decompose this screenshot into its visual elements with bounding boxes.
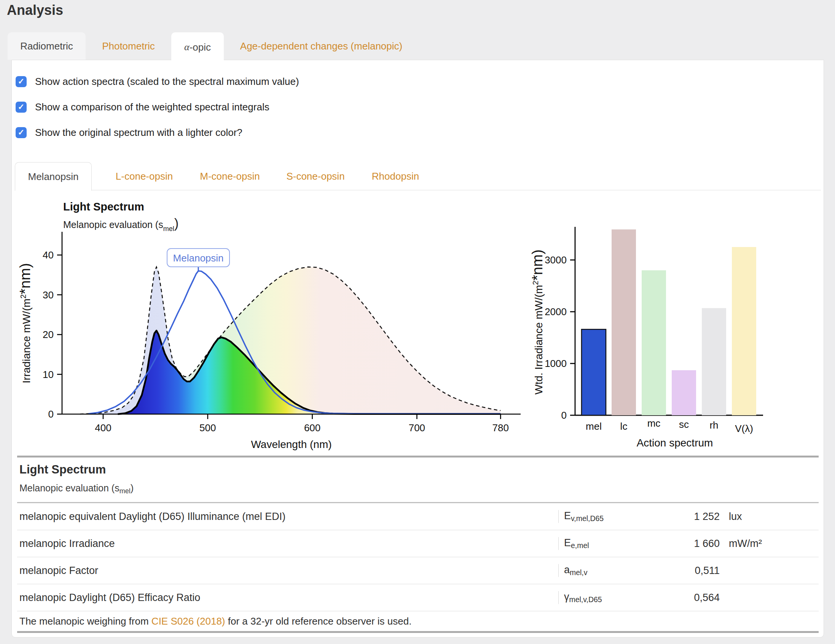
tab-photometric[interactable]: Photometric [86,33,171,60]
svg-text:V(λ): V(λ) [735,423,753,434]
checkbox-show-action-spectra[interactable]: ✓ [16,76,27,87]
subtab-m-cone-opsin[interactable]: M-cone-opsin [186,162,274,190]
subtab-divider [15,190,821,190]
subtab-m-cone-label: M-cone-opsin [200,171,260,182]
tab-alpha-opic-label: -opic [190,41,211,53]
svg-text:30: 30 [42,289,54,301]
svg-text:1000: 1000 [544,358,567,369]
bar-mc [642,270,666,415]
table-row: melanopic equivalent Daylight (D65) Illu… [17,503,819,530]
svg-text:400: 400 [95,422,111,434]
svg-text:rh: rh [710,420,718,431]
checkbox-label: Show action spectra (scaled to the spect… [35,76,299,88]
bar-mel [582,329,606,415]
svg-text:Light Spectrum: Light Spectrum [63,201,144,213]
subtab-rhodopsin[interactable]: Rhodopsin [357,162,434,190]
tab-radiometric[interactable]: Radiometric [8,33,86,60]
cie-s026-link[interactable]: CIE S026 (2018) [151,615,225,627]
row-unit: mW/m² [720,538,819,550]
svg-text:Irradiance mW/(m2*nm): Irradiance mW/(m2*nm) [17,263,33,383]
svg-text:Wavelength (nm): Wavelength (nm) [251,439,331,450]
row-symbol: γmel,v,D65 [558,591,647,604]
table-bottom-border [17,631,819,633]
page-title: Analysis [7,2,63,18]
svg-text:Wtd. Irradiance mW/(m2*nm): Wtd. Irradiance mW/(m2*nm) [529,249,545,394]
bar-lc [612,229,636,415]
check-icon: ✓ [18,77,25,86]
row-description: melanopic Irradiance [17,538,558,550]
row-description: melanopic Daylight (D65) Efficacy Ratio [17,592,558,604]
row-symbol: amel,v [558,564,647,577]
row-description: melanopic equivalent Daylight (D65) Illu… [17,511,558,523]
svg-text:3000: 3000 [544,254,567,266]
checkbox-row-original-spectrum: ✓ Show the original spectrum with a ligh… [16,125,242,139]
svg-text:Action spectrum: Action spectrum [637,437,713,449]
svg-text:Melanopsin: Melanopsin [173,252,224,264]
row-value: 1 660 [647,538,720,550]
subtab-l-cone-opsin[interactable]: L-cone-opsin [102,162,186,190]
spectrum-chart: 010203040400500600700780Light SpectrumMe… [17,201,521,450]
tab-alpha-opic-alpha: α [184,41,190,53]
checkbox-show-original-spectrum[interactable]: ✓ [16,127,27,138]
row-description: melanopic Factor [17,565,558,577]
checkbox-row-comparison: ✓ Show a comparison of the weighted spec… [16,100,270,114]
row-value: 1 252 [647,511,720,523]
table-row: melanopic Irradiance Ee,mel 1 660 mW/m² [17,530,819,557]
checkbox-row-action-spectra: ✓ Show action spectra (scaled to the spe… [16,75,299,88]
svg-text:0: 0 [48,408,54,420]
subtab-melanopsin-label: Melanopsin [28,171,79,183]
results-table: Light Spectrum Melanopic evaluation (sme… [17,455,819,633]
table-footnote: The melanopic weighing from CIE S026 (20… [17,611,819,631]
table-top-border [17,455,819,457]
table-title: Light Spectrum [19,463,819,476]
subtab-l-cone-label: L-cone-opsin [116,171,173,182]
check-icon: ✓ [18,128,25,137]
row-unit: lux [720,511,819,523]
row-value: 0,564 [647,592,720,604]
svg-text:2000: 2000 [544,306,567,317]
svg-text:700: 700 [409,422,425,434]
svg-text:lc: lc [621,421,627,432]
tab-radiometric-label: Radiometric [20,40,73,52]
bar-V(λ) [732,247,756,415]
svg-text:Melanopic evaluation (smel): Melanopic evaluation (smel) [63,216,179,233]
tab-age-dependent-label: Age-dependent changes (melanopic) [240,40,402,52]
subtab-s-cone-label: S-cone-opsin [286,171,344,182]
tab-alpha-opic[interactable]: α-opic [171,33,224,62]
row-symbol: Ev,mel,D65 [558,510,647,523]
row-value: 0,511 [647,565,720,577]
subtab-rhodopsin-label: Rhodopsin [372,171,419,182]
table-row: melanopic Factor amel,v 0,511 [17,557,819,584]
svg-text:0: 0 [561,410,567,421]
tab-age-dependent[interactable]: Age-dependent changes (melanopic) [224,33,419,60]
bar-sc [672,370,696,415]
checkbox-label: Show the original spectrum with a lighte… [35,127,242,138]
check-icon: ✓ [18,102,25,112]
svg-text:10: 10 [42,369,54,380]
svg-text:mel: mel [586,421,602,432]
checkbox-show-comparison[interactable]: ✓ [16,102,27,113]
svg-text:40: 40 [42,249,54,261]
svg-text:20: 20 [42,329,54,340]
tab-photometric-label: Photometric [102,40,155,52]
svg-text:sc: sc [679,419,689,430]
tab-content-panel: ✓ Show action spectra (scaled to the spe… [11,60,824,637]
svg-text:780: 780 [492,422,509,434]
checkbox-label: Show a comparison of the weighted spectr… [35,101,270,113]
svg-text:mc: mc [647,418,661,429]
subtab-s-cone-opsin[interactable]: S-cone-opsin [274,162,357,190]
subtab-melanopsin[interactable]: Melanopsin [15,162,92,191]
table-subtitle: Melanopic evaluation (smel) [19,483,819,495]
bar-rh [702,308,726,415]
row-symbol: Ee,mel [558,537,647,550]
bar-chart: 0100020003000mellcmcscrhV(λ)Action spect… [529,227,763,449]
svg-text:600: 600 [304,422,320,434]
svg-text:500: 500 [200,422,216,434]
charts-svg: 010203040400500600700780Light SpectrumMe… [13,191,823,455]
table-row: melanopic Daylight (D65) Efficacy Ratio … [17,584,819,611]
